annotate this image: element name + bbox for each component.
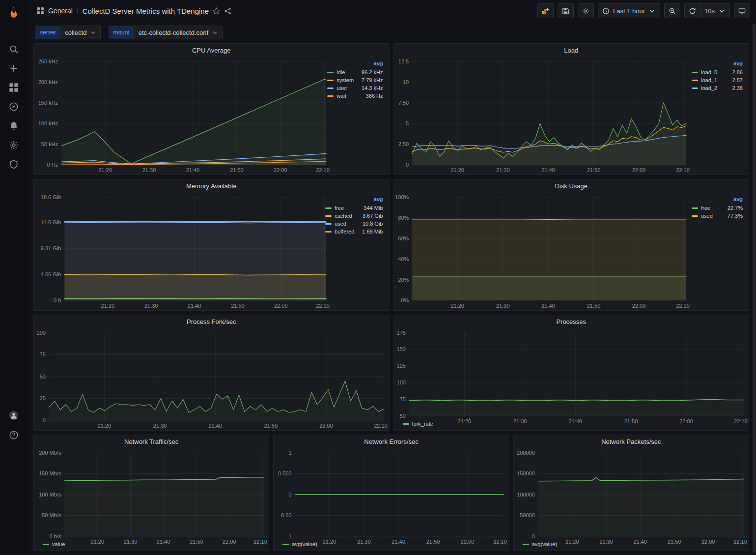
legend-series-avg: 7.79 kHz bbox=[357, 77, 383, 83]
cpu-average-chart[interactable]: 0 Hz50 kHz100 kHz150 kHz200 kHz250 kHz21… bbox=[34, 57, 326, 175]
refresh-button[interactable] bbox=[684, 3, 700, 18]
panel-title[interactable]: Network Traffic/sec bbox=[34, 435, 269, 448]
svg-text:0 b/s: 0 b/s bbox=[50, 533, 61, 539]
panel-title[interactable]: CPU Average bbox=[34, 44, 389, 57]
process-fork-chart[interactable]: 025507510021:2021:3021:4021:5022:0022:10 bbox=[34, 328, 389, 430]
disk-usage-chart[interactable]: 0%20%40%60%80%100%21:2021:3021:4021:5022… bbox=[394, 192, 691, 310]
variable-mount[interactable]: mount etc-collectd-collectd.conf bbox=[109, 26, 223, 39]
legend-series-name: user bbox=[336, 85, 347, 91]
user-avatar[interactable] bbox=[5, 407, 23, 424]
legend-series-avg: 14.3 kHz bbox=[357, 85, 383, 91]
network-packets-chart[interactable]: 05000010000015000020000021:2021:3021:402… bbox=[514, 448, 749, 540]
svg-text:2.50: 2.50 bbox=[398, 141, 408, 147]
panel-title[interactable]: Process Fork/sec bbox=[34, 315, 389, 328]
panel-title[interactable]: Disk Usage bbox=[394, 179, 749, 192]
add-panel-button[interactable] bbox=[537, 3, 554, 18]
legend-item[interactable]: used77.3% bbox=[692, 213, 743, 219]
svg-text:22:00: 22:00 bbox=[223, 539, 236, 545]
panel-title[interactable]: Network Packets/sec bbox=[514, 435, 749, 448]
configuration-gear-icon[interactable] bbox=[5, 136, 23, 154]
refresh-interval-dropdown[interactable]: 10s bbox=[700, 3, 730, 18]
panel-title[interactable]: Network Errors/sec bbox=[274, 435, 508, 448]
dashboard-settings-button[interactable] bbox=[578, 3, 594, 18]
panel-title[interactable]: Memory Available bbox=[34, 179, 389, 192]
legend-series-name: load_1 bbox=[701, 77, 717, 83]
legend-item[interactable]: free22.7% bbox=[692, 205, 743, 211]
svg-text:21:40: 21:40 bbox=[392, 539, 406, 545]
svg-text:1: 1 bbox=[289, 450, 292, 456]
svg-text:150 Mb/s: 150 Mb/s bbox=[39, 470, 61, 476]
legend-item[interactable]: load_22.38 bbox=[692, 85, 743, 91]
legend-item[interactable]: idle96.2 kHz bbox=[327, 69, 383, 75]
scrollbar[interactable] bbox=[753, 24, 756, 553]
search-icon[interactable] bbox=[5, 40, 23, 58]
help-icon[interactable] bbox=[5, 426, 23, 444]
svg-text:10: 10 bbox=[402, 79, 408, 85]
svg-text:21:30: 21:30 bbox=[153, 423, 167, 429]
network-traffic-chart[interactable]: 0 b/s50 Mb/s100 Mb/s150 Mb/s200 Mb/s21:2… bbox=[34, 448, 269, 540]
variable-mount-value[interactable]: etc-collectd-collectd.conf bbox=[134, 26, 223, 39]
dashboards-icon[interactable] bbox=[5, 79, 23, 96]
svg-text:80%: 80% bbox=[398, 215, 409, 221]
legend-item[interactable]: load_02.86 bbox=[692, 69, 743, 75]
time-range-label: Last 1 hour bbox=[613, 7, 645, 15]
svg-text:22:10: 22:10 bbox=[253, 539, 267, 545]
legend-item[interactable]: load_12.57 bbox=[692, 77, 743, 83]
server-admin-shield-icon[interactable] bbox=[5, 155, 23, 173]
svg-text:22:00: 22:00 bbox=[632, 167, 645, 173]
svg-text:100000: 100000 bbox=[517, 492, 535, 497]
cycle-view-button[interactable] bbox=[734, 3, 750, 18]
load-chart[interactable]: 02.5057.501012.521:2021:3021:4021:5022:0… bbox=[394, 57, 691, 175]
legend-item[interactable]: user14.3 kHz bbox=[327, 85, 383, 91]
legend-item[interactable]: buffered1.68 Mib bbox=[325, 229, 383, 234]
save-icon bbox=[562, 7, 569, 15]
legend-item[interactable]: cached3.67 Gib bbox=[325, 213, 383, 219]
zoom-out-button[interactable] bbox=[664, 3, 680, 18]
breadcrumb-folder[interactable]: General bbox=[48, 7, 73, 15]
refresh-interval-label: 10s bbox=[704, 7, 715, 15]
memory-available-chart[interactable]: 0 b4.66 Gib9.31 Gib14.0 Gib18.6 Gib21:20… bbox=[34, 192, 324, 310]
network-errors-chart[interactable]: -1-0.5000.500121:2021:3021:4021:5022:002… bbox=[274, 448, 508, 540]
legend-avg-header: avg bbox=[692, 196, 743, 202]
variable-server[interactable]: server collectd bbox=[35, 26, 101, 39]
svg-text:50 Mb/s: 50 Mb/s bbox=[42, 512, 61, 518]
save-dashboard-button[interactable] bbox=[558, 3, 574, 18]
legend-item[interactable]: system7.79 kHz bbox=[327, 77, 383, 83]
legend-series-name: idle bbox=[336, 69, 345, 75]
time-range-picker[interactable]: Last 1 hour bbox=[598, 3, 660, 18]
chevron-down-icon bbox=[718, 7, 726, 15]
dashboard-title[interactable]: CollectD Server Metrics with TDengine bbox=[83, 7, 209, 15]
scrollbar-thumb[interactable] bbox=[753, 24, 756, 553]
svg-text:175: 175 bbox=[396, 330, 405, 336]
nav-actions: Last 1 hour 10s bbox=[537, 3, 750, 18]
sidebar-menu bbox=[5, 40, 23, 173]
refresh-group: 10s bbox=[684, 3, 730, 18]
variable-server-value[interactable]: collectd bbox=[60, 26, 101, 39]
legend-swatch bbox=[692, 88, 698, 89]
share-icon[interactable] bbox=[224, 7, 231, 15]
legend-item[interactable]: free344 Mib bbox=[325, 205, 383, 211]
chart-svg: 02.5057.501012.521:2021:3021:4021:5022:0… bbox=[394, 57, 691, 175]
panel-processes: Processes 507510012515017521:2021:3021:4… bbox=[393, 315, 750, 431]
grafana-flame-icon[interactable] bbox=[5, 4, 22, 21]
legend-series-avg: 344 Mib bbox=[359, 205, 383, 211]
svg-text:21:40: 21:40 bbox=[208, 423, 222, 429]
dashboard-row: Network Traffic/sec 0 b/s50 Mb/s100 Mb/s… bbox=[33, 435, 749, 551]
legend-series-name: used bbox=[701, 213, 713, 219]
panel-title[interactable]: Processes bbox=[394, 315, 749, 328]
panel-title[interactable]: Load bbox=[394, 44, 749, 57]
svg-text:50000: 50000 bbox=[520, 512, 535, 518]
legend-item[interactable]: used10.8 Gib bbox=[325, 221, 383, 227]
explore-compass-icon[interactable] bbox=[5, 98, 23, 116]
processes-chart[interactable]: 507510012515017521:2021:3021:4021:5022:0… bbox=[394, 328, 749, 420]
chart-svg: 0 Hz50 kHz100 kHz150 kHz200 kHz250 kHz21… bbox=[34, 57, 331, 175]
star-icon[interactable] bbox=[213, 7, 220, 15]
svg-text:22:10: 22:10 bbox=[733, 539, 747, 545]
variable-server-value-text: collectd bbox=[65, 29, 86, 36]
svg-text:50: 50 bbox=[399, 413, 405, 419]
svg-text:100: 100 bbox=[37, 330, 46, 336]
legend-item[interactable]: wait386 Hz bbox=[327, 93, 383, 99]
alerting-bell-icon[interactable] bbox=[5, 117, 23, 135]
svg-text:21:40: 21:40 bbox=[541, 303, 555, 309]
plus-icon[interactable] bbox=[5, 59, 23, 77]
